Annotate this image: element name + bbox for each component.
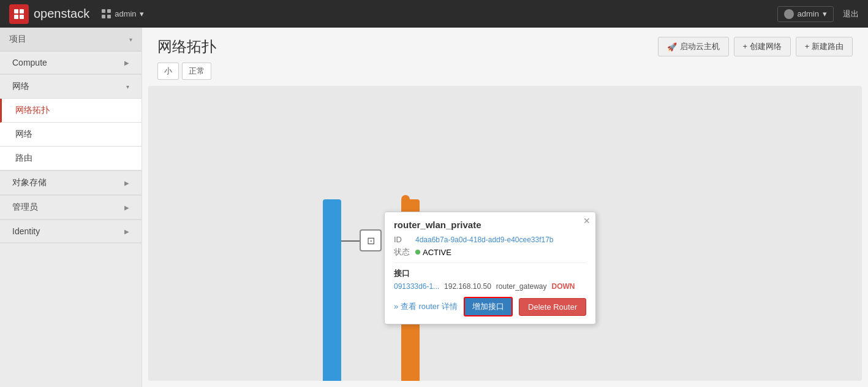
popup-actions: » 查看 router 详情 增加接口 Delete Router — [394, 297, 586, 316]
page-title: 网络拓扑 — [157, 37, 216, 56]
admin-menu[interactable]: admin ▾ — [102, 9, 143, 19]
popup-router-name: router_wlan_private — [394, 220, 586, 230]
routers-label: 路由 — [15, 153, 32, 163]
admin-label: 管理员 — [12, 202, 38, 213]
sidebar-project-header[interactable]: 项目 ▾ — [0, 28, 142, 52]
blue-network-bar[interactable]: wlan 192.168.10.0/24 — [323, 199, 341, 381]
popup-id-label: ID — [394, 235, 412, 244]
svg-rect-1 — [20, 9, 24, 13]
identity-label: Identity — [12, 226, 40, 236]
nav-left: openstack admin ▾ — [9, 4, 144, 24]
nav-right: admin ▾ 退出 — [777, 6, 859, 22]
top-navigation: openstack admin ▾ admin ▾ 退出 — [0, 0, 868, 28]
sidebar-item-network-topology[interactable]: 网络拓扑 — [0, 99, 142, 123]
sidebar-admin-title[interactable]: 管理员 ▶ — [0, 196, 142, 220]
popup-status-value: ACTIVE — [423, 248, 451, 257]
networks-label: 网络 — [15, 129, 32, 139]
admin-user-menu[interactable]: admin ▾ — [777, 6, 834, 22]
compute-chevron: ▶ — [124, 59, 129, 66]
popup-close-button[interactable]: ✕ — [583, 216, 591, 226]
create-router-button[interactable]: + 新建路由 — [796, 37, 853, 56]
logo[interactable]: openstack — [9, 4, 89, 24]
toolbar: 小 正常 — [142, 63, 868, 86]
create-network-label: + 创建网络 — [743, 41, 782, 52]
admin-menu-label: admin — [115, 9, 136, 18]
connector-line-left — [341, 240, 360, 242]
svg-rect-0 — [14, 9, 18, 13]
popup-status-label: 状态 — [394, 247, 412, 258]
sidebar-identity-title[interactable]: Identity ▶ — [0, 220, 142, 243]
port-type: router_gateway — [496, 282, 547, 291]
project-label: 项目 — [9, 34, 26, 45]
logo-text: openstack — [34, 7, 89, 21]
topology-canvas: wlan 192.168.10.0/24 private vlan 10.10.… — [148, 86, 862, 381]
popup-status-row: 状态 ACTIVE — [394, 247, 586, 258]
project-chevron: ▾ — [129, 36, 132, 43]
admin-chevron: ▶ — [124, 204, 129, 211]
popup-id-value: 4daa6b7a-9a0d-418d-add9-e40cee33f17b — [415, 236, 554, 244]
admin-menu-chevron: ▾ — [140, 9, 144, 18]
popup-id-row: ID 4daa6b7a-9a0d-418d-add9-e40cee33f17b — [394, 235, 586, 244]
add-port-button[interactable]: 增加接口 — [464, 297, 513, 316]
object-storage-chevron: ▶ — [124, 180, 129, 186]
user-menu-chevron: ▾ — [823, 9, 827, 18]
logo-icon — [9, 4, 29, 24]
compute-label: Compute — [12, 58, 47, 67]
delete-router-button[interactable]: Delete Router — [519, 298, 586, 316]
router-popup: ✕ router_wlan_private ID 4daa6b7a-9a0d-4… — [384, 212, 596, 324]
main-layout: 项目 ▾ Compute ▶ 网络 ▾ 网络拓扑 网络 路由 — [0, 28, 868, 387]
content-header: 网络拓扑 🚀 启动云主机 + 创建网络 + 新建路由 — [142, 28, 868, 63]
port-row: 091333d6-1... 192.168.10.50 router_gatew… — [394, 282, 586, 291]
port-status: DOWN — [552, 282, 575, 291]
object-storage-label: 对象存储 — [12, 177, 47, 188]
launch-vm-button[interactable]: 🚀 启动云主机 — [658, 37, 729, 56]
sidebar-object-storage-title[interactable]: 对象存储 ▶ — [0, 171, 142, 195]
network-chevron: ▾ — [126, 83, 129, 90]
network-topology-label: 网络拓扑 — [15, 105, 50, 115]
router-symbol: ⊡ — [367, 235, 375, 247]
rocket-icon: 🚀 — [667, 42, 677, 52]
sidebar-compute-group: Compute ▶ — [0, 52, 142, 75]
create-network-button[interactable]: + 创建网络 — [734, 37, 791, 56]
svg-rect-2 — [14, 15, 18, 19]
popup-ports-title: 接口 — [394, 268, 586, 279]
normal-view-button[interactable]: 正常 — [182, 63, 211, 80]
router-icon[interactable]: ⊡ — [360, 229, 382, 251]
user-avatar-icon — [784, 9, 794, 19]
admin-user-label: admin — [798, 9, 819, 18]
sidebar-network-group: 网络 ▾ 网络拓扑 网络 路由 — [0, 75, 142, 171]
logout-button[interactable]: 退出 — [843, 9, 859, 20]
network-group-label: 网络 — [12, 81, 29, 92]
sidebar-item-networks[interactable]: 网络 — [0, 123, 142, 147]
orange-connector-dot — [401, 195, 410, 204]
content-area: 网络拓扑 🚀 启动云主机 + 创建网络 + 新建路由 小 正常 — [142, 28, 868, 387]
sidebar-admin-group: 管理员 ▶ — [0, 196, 142, 220]
sidebar-item-routers[interactable]: 路由 — [0, 147, 142, 171]
status-dot-icon — [415, 250, 420, 255]
port-id-link[interactable]: 091333d6-1... — [394, 282, 439, 291]
create-router-label: + 新建路由 — [805, 41, 843, 52]
popup-divider — [394, 262, 586, 263]
sidebar-compute-title[interactable]: Compute ▶ — [0, 52, 142, 74]
sidebar-network-title[interactable]: 网络 ▾ — [0, 75, 142, 99]
launch-vm-label: 启动云主机 — [680, 41, 720, 52]
popup-status-active: ACTIVE — [415, 248, 451, 257]
identity-chevron: ▶ — [124, 228, 129, 235]
sidebar-identity-group: Identity ▶ — [0, 220, 142, 243]
view-router-details-link[interactable]: » 查看 router 详情 — [394, 301, 458, 312]
small-view-button[interactable]: 小 — [157, 63, 179, 80]
header-actions: 🚀 启动云主机 + 创建网络 + 新建路由 — [658, 37, 853, 56]
grid-icon — [102, 9, 111, 19]
sidebar-object-storage-group: 对象存储 ▶ — [0, 171, 142, 196]
port-ip: 192.168.10.50 — [444, 282, 491, 291]
svg-rect-3 — [20, 15, 24, 19]
sidebar: 项目 ▾ Compute ▶ 网络 ▾ 网络拓扑 网络 路由 — [0, 28, 142, 387]
